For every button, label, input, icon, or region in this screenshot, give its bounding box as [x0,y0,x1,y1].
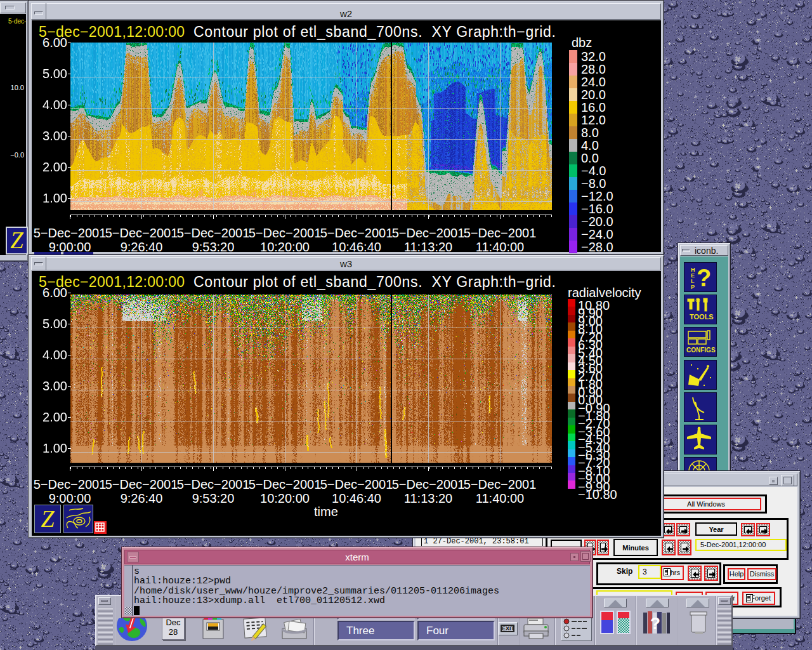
svg-text:?: ? [650,614,660,633]
svg-text:?: ? [697,265,711,291]
svg-text:P: P [691,284,695,290]
svg-text:TOOLS: TOOLS [690,313,714,321]
svg-text:CONFIGS: CONFIGS [686,347,716,354]
